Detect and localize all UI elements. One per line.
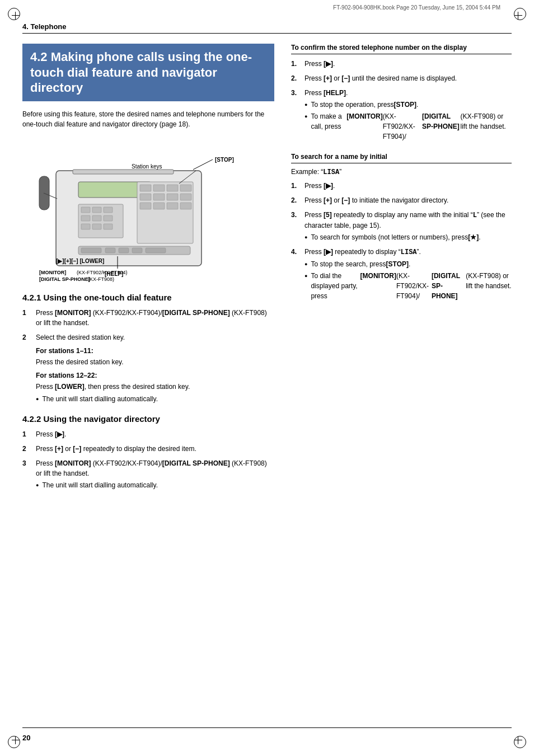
svg-rect-10: [92, 215, 101, 221]
svg-text:(KX-FT902/KX-FT904): (KX-FT902/KX-FT904): [77, 270, 128, 275]
right-bullet2-3: To search for symbols (not letters or nu…: [305, 232, 512, 242]
file-info: FT-902-904-908HK.book Page 20 Tuesday, J…: [333, 4, 500, 11]
step-422-1: 1 Press [▶].: [22, 429, 274, 439]
svg-text:(KX-FT908): (KX-FT908): [88, 276, 114, 282]
step-421-2: 2 Select the desired station key. For st…: [22, 332, 274, 404]
svg-text:[STOP]: [STOP]: [215, 157, 234, 163]
svg-rect-18: [167, 185, 178, 191]
svg-rect-19: [180, 185, 191, 191]
right-step2-4: 4. Press [▶] repeatedly to display “LISA…: [291, 247, 512, 301]
for-stations-1-11-text: Press the desired station key.: [36, 357, 274, 367]
right-bullet2-4b: To dial the displayed party, press [MONI…: [305, 271, 512, 301]
chapter-header: 4. Telephone: [22, 22, 512, 34]
svg-rect-23: [180, 194, 191, 200]
svg-rect-27: [180, 203, 191, 209]
svg-rect-17: [153, 185, 165, 191]
diagram-container: [STOP] Station keys [HELP] [▶][+][−] [LO…: [22, 137, 257, 283]
svg-text:Station keys: Station keys: [132, 163, 162, 170]
bullet-421-1: The unit will start dialling automatical…: [36, 394, 274, 404]
svg-rect-26: [167, 203, 178, 209]
right-column: To confirm the stored telephone number o…: [291, 44, 512, 495]
svg-rect-30: [105, 248, 115, 253]
subsection-421-title: 4.2.1 Using the one-touch dial feature: [22, 293, 274, 302]
right-step1-3: 3. Press [HELP]. To stop the operation, …: [291, 88, 512, 142]
steps-421: 1 Press [MONITOR] (KX-FT902/KX-FT904)/[D…: [22, 308, 274, 404]
svg-text:[▶][+][−]  [LOWER]: [▶][+][−] [LOWER]: [56, 258, 104, 264]
svg-line-34: [193, 159, 213, 170]
svg-text:[DIGITAL SP-PHONE]: [DIGITAL SP-PHONE]: [39, 276, 90, 282]
right-bullet2-4a: To stop the search, press [STOP].: [305, 259, 512, 269]
svg-rect-14: [104, 224, 113, 229]
left-column: 4.2 Making phone calls using the one-tou…: [22, 44, 274, 495]
right-steps2: 1. Press [▶]. 2. Press [+] or [−] to ini…: [291, 181, 512, 301]
intro-text: Before using this feature, store the des…: [22, 109, 274, 129]
svg-rect-9: [81, 215, 90, 221]
svg-rect-6: [81, 207, 90, 213]
crosshair-tr: [513, 10, 524, 21]
for-stations-12-22-text: Press [LOWER], then press the desired st…: [36, 382, 274, 392]
subsection-422-title: 4.2.2 Using the navigator directory: [22, 414, 274, 424]
right-example-label: Example: “LISA”: [291, 168, 512, 176]
two-col-layout: 4.2 Making phone calls using the one-tou…: [22, 44, 512, 495]
svg-rect-11: [104, 215, 113, 221]
svg-rect-24: [140, 203, 151, 209]
right-section2-title: To search for a name by initial: [291, 153, 512, 163]
svg-rect-25: [153, 203, 165, 209]
page: FT-902-904-908HK.book Page 20 Tuesday, J…: [0, 0, 534, 756]
step-422-3: 3 Press [MONITOR] (KX-FT902/KX-FT904)/[D…: [22, 458, 274, 490]
steps-422: 1 Press [▶]. 2 Press [+] or [−] repeated…: [22, 429, 274, 490]
right-bullet1-1: To stop the operation, press [STOP].: [305, 100, 512, 110]
svg-rect-8: [104, 207, 113, 213]
right-step2-1: 1. Press [▶].: [291, 181, 512, 191]
right-section1-title: To confirm the stored telephone number o…: [291, 44, 512, 54]
section-title: 4.2 Making phone calls using the one-tou…: [30, 49, 266, 96]
svg-rect-22: [167, 194, 178, 200]
svg-rect-12: [81, 224, 90, 229]
svg-rect-7: [92, 207, 101, 213]
section-title-box: 4.2 Making phone calls using the one-tou…: [22, 44, 274, 101]
for-stations-1-11-label: For stations 1–11:: [36, 346, 274, 356]
crosshair-bl: [10, 735, 21, 746]
svg-rect-32: [132, 248, 142, 253]
right-step1-2: 2. Press [+] or [−] until the desired na…: [291, 73, 512, 83]
svg-rect-3: [73, 170, 174, 174]
svg-text:[MONITOR]: [MONITOR]: [39, 270, 66, 275]
svg-rect-33: [146, 248, 166, 253]
page-number: 20: [22, 734, 30, 742]
svg-rect-29: [81, 248, 101, 253]
right-steps1: 1. Press [▶]. 2. Press [+] or [−] until …: [291, 59, 512, 142]
svg-rect-16: [140, 185, 151, 191]
right-bullet1-2: To make a call, press [MONITOR] (KX-FT90…: [305, 111, 512, 142]
fax-diagram: [STOP] Station keys [HELP] [▶][+][−] [LO…: [22, 137, 257, 283]
crosshair-tl: [10, 10, 21, 21]
right-step2-2: 2. Press [+] or [−] to initiate the navi…: [291, 195, 512, 205]
right-step1-1: 1. Press [▶].: [291, 59, 512, 69]
for-stations-12-22-label: For stations 12–22:: [36, 370, 274, 381]
bullet-422-2: The unit will start dialling automatical…: [36, 480, 274, 490]
svg-rect-21: [153, 194, 165, 200]
crosshair-br: [513, 735, 524, 746]
svg-rect-13: [92, 224, 101, 229]
svg-rect-20: [140, 194, 151, 200]
svg-rect-31: [119, 248, 129, 253]
bottom-line: [22, 727, 512, 728]
right-step2-3: 3. Press [5] repeatedly to display any n…: [291, 210, 512, 242]
step-422-2: 2 Press [+] or [−] repeatedly to display…: [22, 444, 274, 454]
step-421-1: 1 Press [MONITOR] (KX-FT902/KX-FT904)/[D…: [22, 308, 274, 328]
